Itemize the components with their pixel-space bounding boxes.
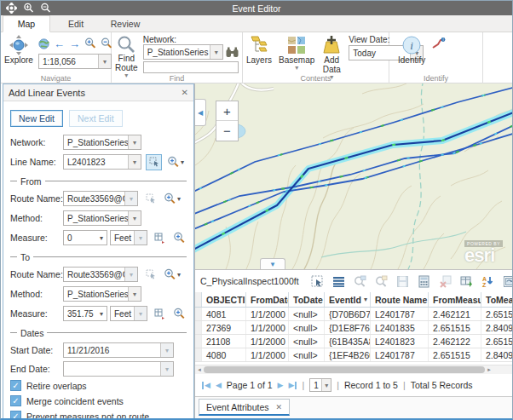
chevron-down-icon[interactable]: ▾ <box>134 231 147 245</box>
pan-to-selection-icon[interactable] <box>375 275 388 288</box>
chevron-down-icon[interactable]: ▾ <box>100 234 107 242</box>
line-name-combobox[interactable]: L2401823 ▾ <box>63 154 141 170</box>
delete-selected-icon[interactable] <box>439 275 452 288</box>
last-page-button[interactable]: ▶ <box>288 381 297 389</box>
selection-tool-icon[interactable] <box>311 275 324 288</box>
chevron-down-icon[interactable]: ▾ <box>160 343 173 357</box>
prev-page-button[interactable]: ◀ <box>216 381 222 389</box>
collapse-table-button[interactable]: ▼ <box>260 258 285 269</box>
chevron-down-icon[interactable]: ▾ <box>100 310 107 318</box>
col-objectid[interactable]: OBJECTID <box>202 292 246 307</box>
calculator-icon[interactable] <box>418 275 430 288</box>
row-handle[interactable] <box>195 308 202 320</box>
panel-network-combobox[interactable]: P_StationSeries ▾ <box>63 135 141 150</box>
page-select[interactable]: 1 ▾ <box>309 378 331 392</box>
col-todate[interactable]: ToDate <box>289 292 325 307</box>
checkbox-checked-icon[interactable]: ✓ <box>10 380 21 391</box>
find-route-button[interactable]: Find Route ▾ <box>115 35 138 73</box>
table-row[interactable]: 273691/1/2000 <null>{D1E8F76D-F L2401835… <box>195 321 513 335</box>
table-row[interactable]: 40811/1/2000 <null>{D70B6D72-3 L24017872… <box>195 308 513 321</box>
scroll-right-icon[interactable]: ▸ <box>485 366 493 373</box>
col-fromdate[interactable]: FromDate <box>246 292 289 307</box>
row-handle[interactable] <box>195 348 202 361</box>
full-extent-icon[interactable] <box>38 38 49 49</box>
convert-measure-icon[interactable] <box>152 306 168 322</box>
scrollbar-thumb[interactable] <box>204 366 485 373</box>
start-date-combobox[interactable]: 11/21/2016 ▾ <box>63 342 174 358</box>
from-method-combobox[interactable]: P_StationSeries ▾ <box>63 210 141 226</box>
tab-map[interactable]: Map <box>3 15 50 32</box>
zoom-out-tool-icon[interactable] <box>101 37 112 49</box>
scroll-left-icon[interactable]: ◂ <box>195 366 204 373</box>
select-from-route-on-map-button[interactable] <box>142 191 159 207</box>
chevron-down-icon[interactable]: ▾ <box>210 45 222 59</box>
select-to-route-on-map-button[interactable] <box>142 267 159 283</box>
to-measure-combobox[interactable]: 351.75 ▾ <box>63 306 107 321</box>
identify-button[interactable]: i Identify <box>398 35 425 73</box>
collapse-panel-button[interactable]: ◀ <box>195 99 206 126</box>
col-eventid[interactable]: EventId ▾ <box>325 292 371 307</box>
chevron-down-icon[interactable]: ▾ <box>128 287 141 301</box>
export-table-icon[interactable] <box>460 275 473 288</box>
convert-measure-icon[interactable] <box>152 230 168 246</box>
merge-coincident-option[interactable]: ✓ Merge coincident events <box>10 394 187 407</box>
save-icon[interactable] <box>396 275 409 288</box>
col-tomeasure[interactable]: ToMea <box>481 292 513 307</box>
prevent-measures-option[interactable]: ✓ Prevent measures not on route <box>10 410 187 419</box>
scale-combobox[interactable]: 1:18,056 ▾ <box>38 54 112 69</box>
show-rows-icon[interactable] <box>332 275 345 288</box>
tab-review[interactable]: Review <box>101 15 149 32</box>
row-handle[interactable] <box>195 335 202 348</box>
to-unit-combobox[interactable]: Feet ▾ <box>110 306 147 321</box>
chevron-down-icon[interactable]: ▾ <box>321 379 331 391</box>
checkbox-checked-icon[interactable]: ✓ <box>10 411 21 419</box>
chevron-down-icon[interactable]: ▾ <box>177 271 181 279</box>
tab-event-attributes[interactable]: Event Attributes ✕ <box>199 399 290 416</box>
select-line-on-map-button[interactable] <box>146 154 162 170</box>
table-row[interactable]: 40801/1/2000 <null>{1EF4B260-F0 L2401787… <box>195 348 513 362</box>
to-route-combobox[interactable]: Route33569@Centr ▾ <box>63 267 138 282</box>
add-data-button[interactable]: Add Data ▾ <box>321 35 342 73</box>
table-row[interactable]: 211081/1/2000 <null>{61B435A8-32 L240182… <box>195 335 513 348</box>
zoom-to-to-route-icon[interactable] <box>164 268 176 280</box>
chevron-down-icon[interactable]: ▾ <box>181 158 184 166</box>
zoom-in-tool-icon[interactable] <box>84 37 96 49</box>
next-edit-button[interactable]: Next Edit <box>69 110 123 127</box>
zoom-to-from-measure-icon[interactable] <box>173 232 185 244</box>
checkbox-checked-icon[interactable]: ✓ <box>10 395 21 406</box>
chevron-down-icon[interactable]: ▾ <box>128 211 141 225</box>
network-combobox[interactable]: P_StationSeries ▾ <box>143 44 223 60</box>
close-icon[interactable]: ✕ <box>182 88 188 97</box>
explore-button[interactable]: Explore <box>4 35 33 73</box>
next-page-button[interactable]: ▶ <box>278 381 284 389</box>
chevron-down-icon[interactable]: ▾ <box>98 55 111 68</box>
chevron-down-icon[interactable]: ▾ <box>134 307 147 320</box>
switch-selection-icon[interactable] <box>503 275 513 288</box>
horizontal-scrollbar[interactable]: ◂ ▸ <box>195 365 513 374</box>
tab-edit[interactable]: Edit <box>52 15 100 32</box>
chevron-down-icon[interactable]: ▾ <box>160 362 173 376</box>
close-icon[interactable]: ✕ <box>276 403 283 411</box>
chevron-down-icon[interactable]: ▾ <box>128 155 141 169</box>
first-page-button[interactable]: ◀ <box>202 381 210 389</box>
forward-extent-icon[interactable]: → <box>69 38 80 49</box>
chevron-down-icon[interactable]: ▾ <box>177 195 181 203</box>
zoom-to-selection-icon[interactable] <box>354 275 366 288</box>
col-frommeasure[interactable]: FromMeasure <box>429 292 481 307</box>
row-handle[interactable] <box>195 321 202 334</box>
from-measure-combobox[interactable]: 0 ▾ <box>63 230 107 245</box>
sort-icon[interactable]: A Z <box>481 275 494 288</box>
chevron-down-icon[interactable]: ▾ <box>128 135 141 149</box>
back-extent-icon[interactable]: ← <box>54 38 65 49</box>
new-edit-button[interactable]: New Edit <box>10 110 63 127</box>
layers-button[interactable]: Layers <box>246 35 272 73</box>
col-routename[interactable]: Route Name <box>371 292 429 307</box>
column-menu-icon[interactable]: ▾ <box>364 296 370 303</box>
basemap-button[interactable]: Basemap ▾ <box>279 35 314 73</box>
chevron-down-icon[interactable]: ▾ <box>124 192 137 205</box>
zoom-to-line-icon[interactable] <box>167 156 179 168</box>
retire-overlaps-option[interactable]: ✓ Retire overlaps <box>10 379 187 392</box>
from-route-combobox[interactable]: Route33569@Centr ▾ <box>63 191 138 206</box>
map-zoom-out-button[interactable]: − <box>216 121 238 141</box>
chevron-down-icon[interactable]: ▾ <box>124 268 137 281</box>
